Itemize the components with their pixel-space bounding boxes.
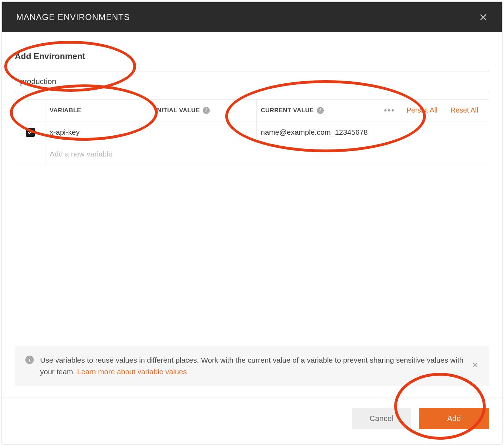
- placeholder-check-cell: [15, 143, 45, 165]
- table-header-actions: ••• Persist All Reset All: [364, 103, 489, 117]
- banner-text: Use variables to reuse values in differe…: [40, 354, 465, 378]
- environment-name-input[interactable]: [15, 71, 489, 92]
- more-icon[interactable]: •••: [379, 103, 400, 117]
- variables-table: VARIABLE INITIAL VALUE i CURRENT VALUE i…: [15, 99, 489, 165]
- table-header-row: VARIABLE INITIAL VALUE i CURRENT VALUE i…: [15, 100, 489, 121]
- row-checkbox-cell: [15, 121, 45, 143]
- persist-all-button[interactable]: Persist All: [400, 104, 444, 116]
- modal-header: MANAGE ENVIRONMENTS: [2, 2, 502, 32]
- close-icon[interactable]: [479, 13, 488, 22]
- table-row: x-api-key name@example.com_12345678: [15, 121, 489, 143]
- new-variable-row[interactable]: Add a new variable: [15, 143, 489, 165]
- row-checkbox[interactable]: [26, 128, 35, 137]
- manage-environments-modal: MANAGE ENVIRONMENTS Add Environment VARI…: [2, 2, 502, 444]
- col-variable-header: VARIABLE: [45, 100, 151, 121]
- col-initial-label: INITIAL VALUE: [155, 107, 200, 114]
- col-current-header: CURRENT VALUE i: [257, 100, 364, 121]
- reset-all-button[interactable]: Reset All: [444, 104, 485, 116]
- variable-name: x-api-key: [50, 128, 80, 136]
- learn-more-link[interactable]: Learn more about variable values: [77, 368, 187, 376]
- current-value-cell[interactable]: name@example.com_12345678: [257, 121, 489, 143]
- variable-name-cell[interactable]: x-api-key: [45, 121, 151, 143]
- info-banner: i Use variables to reuse values in diffe…: [15, 346, 489, 386]
- initial-value-cell[interactable]: [151, 121, 257, 143]
- col-checkbox-header: [15, 100, 45, 121]
- new-variable-placeholder: Add a new variable: [45, 143, 489, 165]
- modal-footer: Cancel Add: [2, 397, 502, 444]
- section-title: Add Environment: [15, 51, 489, 61]
- banner-close-icon[interactable]: [472, 360, 479, 371]
- cancel-button[interactable]: Cancel: [352, 408, 411, 429]
- add-button[interactable]: Add: [419, 408, 489, 429]
- info-icon: i: [25, 356, 34, 364]
- col-initial-header: INITIAL VALUE i: [151, 100, 257, 121]
- info-icon[interactable]: i: [203, 107, 210, 114]
- modal-title: MANAGE ENVIRONMENTS: [16, 12, 130, 22]
- info-icon[interactable]: i: [317, 107, 324, 114]
- col-variable-label: VARIABLE: [50, 107, 81, 114]
- current-value: name@example.com_12345678: [261, 128, 368, 136]
- col-current-label: CURRENT VALUE: [261, 107, 314, 114]
